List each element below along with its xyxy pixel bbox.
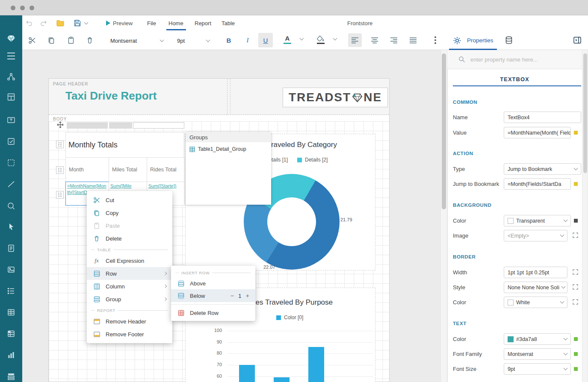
prop-bgimage-select[interactable]: <Empty> bbox=[504, 230, 567, 241]
row-handle[interactable] bbox=[56, 141, 64, 148]
line-tool-icon[interactable] bbox=[7, 180, 15, 188]
window-button-3[interactable] bbox=[30, 6, 34, 10]
preview-play-icon[interactable] bbox=[106, 21, 110, 26]
decrement-button[interactable]: − bbox=[230, 292, 234, 299]
undo-icon[interactable] bbox=[25, 19, 33, 27]
explorer-tree-icon[interactable] bbox=[7, 73, 15, 81]
menu-item-group[interactable]: Group bbox=[87, 293, 172, 306]
paste-toolbar-icon[interactable] bbox=[67, 36, 75, 44]
font-size-select[interactable]: 9pt bbox=[174, 35, 213, 47]
save-icon[interactable] bbox=[74, 19, 81, 27]
prop-name-input[interactable]: TextBox4 bbox=[504, 112, 581, 123]
richtext-tool-icon[interactable] bbox=[7, 244, 15, 253]
fill-color-button[interactable] bbox=[316, 35, 325, 42]
chart-tool-icon[interactable] bbox=[7, 351, 15, 359]
matrix-tool-icon[interactable] bbox=[7, 329, 15, 338]
bold-button[interactable]: B bbox=[223, 35, 234, 46]
textbox-tool-icon[interactable] bbox=[7, 116, 15, 124]
menu-item-remove-footer[interactable]: Remove Footer bbox=[87, 328, 172, 341]
design-canvas[interactable]: PAGE HEADER Taxi Drive Report TREADST NE… bbox=[22, 50, 440, 382]
prop-jump-input[interactable]: =Month(Fields!StartDa bbox=[504, 178, 571, 190]
font-family-select[interactable]: Montserrat bbox=[107, 35, 167, 47]
shape-tool-icon[interactable] bbox=[7, 201, 15, 210]
tab-report[interactable]: Report bbox=[195, 20, 211, 26]
data-sources-icon[interactable] bbox=[505, 36, 513, 44]
prop-bordercolor-select[interactable]: White bbox=[504, 297, 567, 308]
menu-item-cut[interactable]: Cut bbox=[87, 194, 172, 206]
table-header-cell[interactable]: Rides Total bbox=[147, 157, 185, 182]
row-handle[interactable] bbox=[56, 191, 64, 199]
copy-toolbar-icon[interactable] bbox=[47, 36, 55, 44]
tab-home[interactable]: Home bbox=[168, 20, 183, 26]
table-header-cell[interactable]: Miles Total bbox=[109, 157, 147, 182]
bar-series-0-item-2[interactable] bbox=[308, 347, 324, 382]
window-button-2[interactable] bbox=[20, 6, 25, 10]
state-indicator[interactable] bbox=[574, 337, 578, 341]
table-tool-icon[interactable] bbox=[7, 308, 15, 317]
submenu-item-below[interactable]: Below − 1 + bbox=[171, 289, 255, 302]
expand-editor-icon[interactable] bbox=[572, 232, 579, 238]
collapse-panel-icon[interactable] bbox=[573, 36, 582, 44]
column-selector-bar[interactable] bbox=[67, 122, 108, 129]
menu-item-delete[interactable]: Delete bbox=[87, 232, 172, 245]
font-color-button[interactable]: A bbox=[283, 34, 292, 42]
prop-borderstyle-select[interactable]: None None None Soli bbox=[504, 282, 567, 293]
expression-indicator[interactable] bbox=[574, 131, 578, 135]
list-tool-icon[interactable] bbox=[7, 287, 15, 295]
tab-properties[interactable]: Properties bbox=[467, 37, 493, 44]
layout-sections-icon[interactable] bbox=[7, 93, 15, 101]
property-search-input[interactable] bbox=[470, 55, 573, 64]
expression-indicator[interactable] bbox=[574, 182, 578, 186]
menu-item-copy[interactable]: Copy bbox=[87, 206, 172, 219]
expand-editor-icon[interactable] bbox=[572, 269, 579, 275]
menu-item-column[interactable]: Column bbox=[87, 280, 172, 293]
properties-gear-icon[interactable] bbox=[452, 36, 462, 45]
submenu-item-above[interactable]: Above bbox=[171, 277, 255, 289]
prop-bgcolor-select[interactable]: Transparent bbox=[504, 215, 571, 226]
state-indicator[interactable] bbox=[574, 352, 578, 356]
state-indicator[interactable] bbox=[574, 219, 578, 223]
groups-panel-item[interactable]: Table1_Detail_Group bbox=[186, 142, 271, 156]
open-folder-icon[interactable] bbox=[56, 19, 65, 26]
redo-icon[interactable] bbox=[39, 19, 48, 27]
tab-table[interactable]: Table bbox=[222, 20, 235, 26]
container-tool-icon[interactable] bbox=[7, 159, 15, 167]
prop-value-input[interactable]: =MonthName(Month( Field bbox=[504, 127, 571, 138]
logo-textbox[interactable]: TREADST NE bbox=[283, 88, 388, 107]
move-handle-icon[interactable] bbox=[57, 121, 64, 128]
column-selector-bar[interactable] bbox=[133, 122, 184, 129]
scrollbar-thumb[interactable] bbox=[442, 53, 446, 209]
delete-toolbar-icon[interactable] bbox=[86, 36, 94, 44]
prop-fontsize-select[interactable]: 9pt bbox=[504, 363, 571, 375]
bar-chart-legend[interactable]: Color [0] bbox=[276, 314, 303, 320]
table-title-cell[interactable]: Monthly Totals bbox=[65, 132, 184, 158]
table-header-cell[interactable]: Month bbox=[65, 157, 109, 182]
image-tool-icon[interactable] bbox=[7, 265, 15, 274]
column-selector-bar[interactable] bbox=[109, 122, 132, 129]
bar-series-0-item-1[interactable] bbox=[274, 377, 290, 382]
expand-editor-icon[interactable] bbox=[572, 284, 579, 290]
prop-textcolor-select[interactable]: #3da7a8 bbox=[504, 333, 571, 345]
app-logo-icon[interactable] bbox=[6, 33, 16, 44]
align-center-button[interactable] bbox=[368, 33, 381, 47]
prop-fontfamily-select[interactable]: Montserrat bbox=[504, 348, 571, 360]
underline-button[interactable]: U bbox=[258, 33, 273, 47]
select-pointer-icon[interactable] bbox=[7, 223, 15, 231]
banded-list-tool-icon[interactable] bbox=[7, 372, 15, 381]
cut-toolbar-icon[interactable] bbox=[28, 36, 36, 44]
align-right-button[interactable] bbox=[387, 33, 401, 47]
checkbox-tool-icon[interactable] bbox=[7, 137, 15, 146]
italic-button[interactable]: I bbox=[242, 35, 253, 46]
align-left-button[interactable] bbox=[348, 33, 362, 47]
menu-item-cell-expression[interactable]: fxCell Expression bbox=[87, 254, 172, 267]
align-justify-button[interactable] bbox=[406, 33, 420, 47]
window-button-1[interactable] bbox=[11, 6, 15, 10]
scrollbar-thumb[interactable] bbox=[583, 53, 587, 173]
tab-file[interactable]: File bbox=[147, 20, 156, 26]
preview-button[interactable]: Preview bbox=[113, 20, 133, 26]
canvas-vertical-scrollbar[interactable] bbox=[440, 50, 447, 382]
menu-item-remove-header[interactable]: Remove Header bbox=[87, 315, 172, 328]
menu-item-row[interactable]: Row bbox=[87, 267, 172, 280]
report-title-textbox[interactable]: Taxi Drive Report bbox=[65, 89, 157, 103]
main-menu-icon[interactable] bbox=[6, 52, 16, 60]
